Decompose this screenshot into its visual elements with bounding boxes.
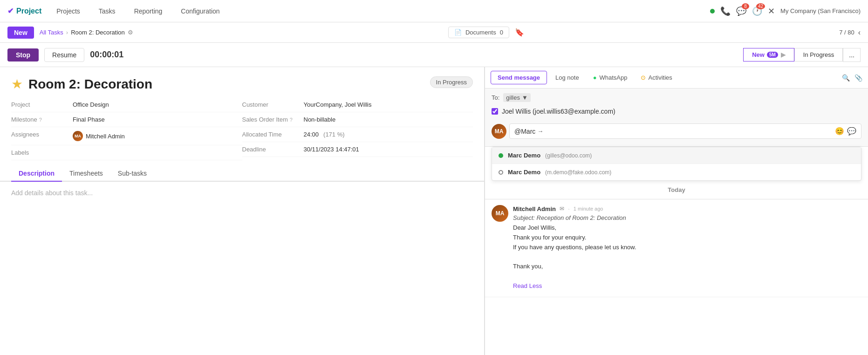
meta-customer: Customer YourCompany, Joel Willis	[242, 97, 473, 112]
chat-message-header: Mitchell Admin ✉ · 1 minute ago	[513, 205, 861, 212]
pipeline-more-button[interactable]: ...	[843, 48, 861, 62]
milestone-help-icon[interactable]: ?	[39, 117, 42, 123]
chat-avatar-img: MA	[492, 205, 508, 222]
app-name: Project	[16, 7, 41, 15]
mention-option-2-email: (m.demo@fake.odoo.com)	[545, 169, 611, 176]
activities-icon: ⊙	[641, 74, 646, 81]
meta-sales-order: Sales Order Item ? Non-billable	[242, 112, 473, 127]
read-less-link[interactable]: Read Less	[513, 282, 542, 289]
task-tabs: Description Timesheets Sub-tasks	[0, 166, 484, 182]
allocated-time-percent: (171 %)	[323, 131, 345, 138]
attachment-icon[interactable]: 📎	[854, 74, 862, 82]
meta-allocated-time-value[interactable]: 24:00 (171 %)	[304, 131, 345, 138]
breadcrumb-separator: ›	[66, 29, 68, 36]
pipeline-step-inprogress[interactable]: In Progress	[794, 48, 843, 61]
task-meta: Project Office Design Milestone ? Final …	[0, 97, 484, 160]
stop-button[interactable]: Stop	[7, 48, 39, 61]
nav-reporting[interactable]: Reporting	[130, 6, 166, 17]
meta-project: Project Office Design	[11, 97, 242, 112]
message-toolbar: Send message Log note ● WhatsApp ⊙ Activ…	[485, 67, 868, 89]
status-dot	[710, 9, 715, 14]
emoji-smiley-icon[interactable]: 😊	[835, 127, 844, 136]
tab-description[interactable]: Description	[11, 166, 62, 182]
nav-tasks[interactable]: Tasks	[95, 6, 119, 17]
phone-icon[interactable]: 📞	[720, 6, 731, 16]
meta-sales-order-value[interactable]: Non-billable	[304, 116, 336, 123]
meta-deadline: Deadline 30/11/2023 14:47:01	[242, 142, 473, 157]
recipient-checkbox[interactable]	[492, 108, 498, 115]
compose-area: To: gilles ▼ Joel Willis (joel.willis63@…	[485, 89, 868, 147]
top-navigation: ✔ Project Projects Tasks Reporting Confi…	[0, 0, 868, 22]
send-message-button[interactable]: Send message	[491, 71, 547, 84]
meta-customer-label: Customer	[242, 101, 298, 108]
mention-option-1-email: (gilles@odoo.com)	[545, 152, 592, 159]
meta-customer-value[interactable]: YourCompany, Joel Willis	[304, 101, 372, 108]
status-badge[interactable]: In Progress	[430, 76, 473, 88]
mention-emoji-icons: 😊 💬	[835, 127, 856, 136]
activities-button[interactable]: ⊙ Activities	[635, 71, 678, 84]
current-page-name: Room 2: Decoration	[71, 29, 125, 36]
meta-assignees: Assignees MA Mitchell Admin	[11, 127, 242, 145]
compose-to-dropdown-icon[interactable]: ▼	[522, 94, 528, 101]
task-title: Room 2: Decoration	[28, 77, 152, 92]
mention-row: MA @Marc → 😊 💬	[492, 121, 861, 142]
meta-deadline-label: Deadline	[242, 146, 298, 153]
right-panel: Send message Log note ● WhatsApp ⊙ Activ…	[485, 67, 868, 355]
resume-button[interactable]: Resume	[44, 48, 84, 62]
chat-message-content: Mitchell Admin ✉ · 1 minute ago Subject:…	[513, 205, 861, 291]
nav-projects[interactable]: Projects	[53, 6, 84, 17]
activity-badge: 42	[756, 3, 765, 9]
breadcrumb-current: Room 2: Decoration ⚙	[71, 29, 133, 36]
description-area[interactable]: Add details about this task...	[0, 182, 484, 238]
sales-order-help-icon[interactable]: ?	[290, 117, 293, 123]
chat-icon[interactable]: 💬8	[736, 6, 746, 16]
bookmark-icon[interactable]: 🔖	[515, 28, 524, 37]
mention-offline-dot	[499, 170, 503, 175]
app-logo[interactable]: ✔ Project	[7, 7, 41, 15]
mention-typed-text: @Marc	[514, 128, 535, 135]
chat-separator: ·	[568, 205, 570, 212]
compose-to-tag[interactable]: gilles ▼	[503, 93, 531, 102]
compose-to-row: To: gilles ▼	[492, 93, 861, 102]
chat-date-divider: Today	[485, 181, 868, 199]
whatsapp-button[interactable]: ● WhatsApp	[588, 71, 633, 84]
mention-online-dot	[499, 153, 503, 158]
meta-left-column: Project Office Design Milestone ? Final …	[11, 97, 242, 160]
chat-body-line-2: Thank you for your enquiry.	[513, 233, 861, 243]
emoji-chat-icon[interactable]: 💬	[847, 127, 856, 136]
meta-allocated-time: Allocated Time 24:00 (171 %)	[242, 127, 473, 142]
mention-option-1[interactable]: Marc Demo (gilles@odoo.com)	[492, 147, 861, 164]
pager-prev-button[interactable]: ‹	[858, 28, 861, 37]
chat-author-name: Mitchell Admin	[513, 205, 556, 212]
tab-timesheets[interactable]: Timesheets	[62, 166, 110, 182]
mention-option-2[interactable]: Marc Demo (m.demo@fake.odoo.com)	[492, 164, 861, 180]
pipeline-arrow-icon: ▶	[781, 51, 786, 58]
settings-gear-icon[interactable]: ⚙	[128, 29, 133, 36]
new-button[interactable]: New	[7, 27, 34, 39]
documents-button[interactable]: 📄 Documents 0	[448, 27, 509, 38]
meta-milestone-label: Milestone ?	[11, 116, 67, 123]
assignee-name: Mitchell Admin	[86, 133, 125, 140]
tab-subtasks[interactable]: Sub-tasks	[110, 166, 154, 182]
meta-deadline-value[interactable]: 30/11/2023 14:47:01	[304, 146, 359, 153]
meta-milestone-value[interactable]: Final Phase	[73, 116, 105, 123]
search-icon[interactable]: 🔍	[842, 74, 850, 82]
star-icon[interactable]: ★	[11, 76, 23, 92]
status-bar: Stop Resume 00:00:01 New 5M ▶ In Progres…	[0, 43, 868, 67]
left-panel: ★ Room 2: Decoration In Progress Project…	[0, 67, 485, 355]
log-note-button[interactable]: Log note	[549, 71, 586, 84]
mention-avatar: MA	[492, 124, 506, 139]
breadcrumb: All Tasks › Room 2: Decoration ⚙	[40, 29, 133, 36]
settings-icon[interactable]: ✕	[768, 6, 775, 16]
all-tasks-link[interactable]: All Tasks	[40, 29, 63, 36]
chat-message: MA Mitchell Admin ✉ · 1 minute ago Subje…	[485, 199, 868, 297]
meta-assignees-value[interactable]: MA Mitchell Admin	[73, 131, 125, 141]
chat-body-line-4: Thank you,	[513, 262, 861, 272]
nav-configuration[interactable]: Configuration	[177, 6, 223, 17]
activity-icon[interactable]: 🕐42	[752, 6, 762, 16]
meta-project-value[interactable]: Office Design	[73, 101, 109, 108]
mention-input[interactable]: @Marc → 😊 💬	[509, 123, 861, 139]
mention-option-1-name: Marc Demo	[508, 152, 540, 159]
pipeline-step-new[interactable]: New 5M ▶	[743, 48, 794, 61]
nav-right-area: 📞 💬8 🕐42 ✕ My Company (San Francisco)	[710, 6, 861, 16]
